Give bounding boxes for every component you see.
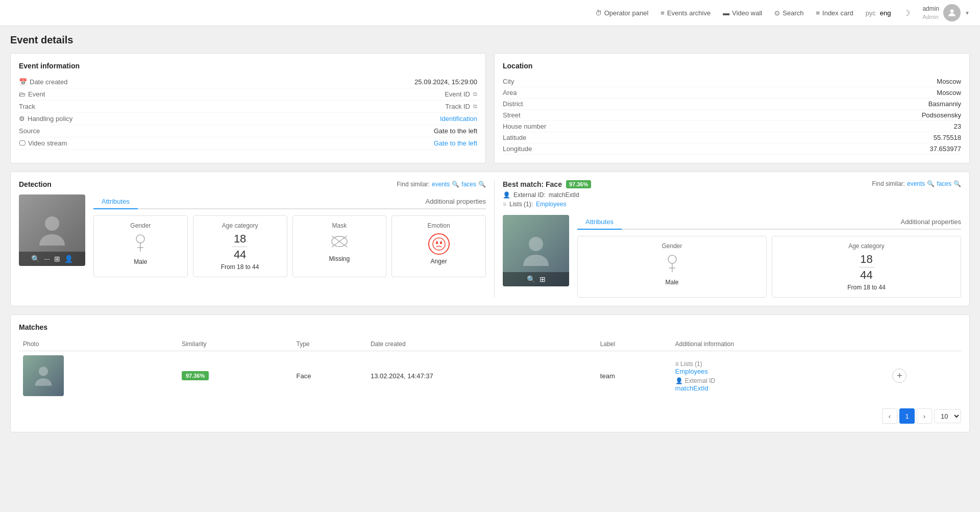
pagination: ‹ 1 › 10 25 50 — [19, 408, 961, 424]
match-similarity-cell: 97.36% — [178, 351, 292, 401]
city-value: Moscow — [937, 78, 961, 85]
latitude-label: Latitude — [503, 134, 526, 141]
best-match-age-label: Age category — [778, 242, 954, 250]
track-id-copy-icon[interactable]: ⧉ — [473, 103, 477, 110]
track-id-row: Track ID ⧉ — [445, 103, 477, 110]
mask-value: Missing — [299, 255, 380, 262]
index-card-nav[interactable]: ≡ Index card — [816, 9, 853, 17]
gender-card-label: Gender — [100, 222, 181, 229]
external-id-row: 👤 External ID: matchExtId — [503, 191, 591, 199]
best-match-gender-value: Male — [584, 279, 760, 286]
col-similarity: Similarity — [178, 337, 292, 351]
track-row: Track Track ID ⧉ — [19, 101, 477, 113]
best-match-attr-cards: Gender Male — [577, 236, 961, 298]
street-label: Street — [503, 111, 521, 119]
lang-ru[interactable]: рус — [866, 9, 876, 17]
attributes-panel: Attributes Additional properties Gender — [93, 194, 486, 277]
svg-line-11 — [436, 241, 438, 242]
index-card-label: Index card — [822, 9, 853, 17]
language-selector: рус eng — [866, 9, 891, 17]
col-photo: Photo — [19, 337, 178, 351]
longitude-row: Longitude 37.653977 — [503, 143, 961, 155]
match-zoom-icon[interactable]: 🔍 — [527, 275, 535, 283]
event-information-panel: Event information 📅 Date created 25.09.2… — [10, 53, 486, 163]
best-match-tab-attributes[interactable]: Attributes — [577, 215, 622, 230]
user-dropdown-icon[interactable]: ▼ — [965, 10, 970, 16]
video-wall-nav[interactable]: ▬ Video wall — [723, 9, 762, 17]
event-row: 🗁 Event Event ID ⧉ — [19, 88, 477, 101]
svg-point-1 — [45, 216, 59, 231]
match-actions-cell: + — [888, 351, 961, 401]
detection-section: Detection Find similar: events 🔍 faces 🔍 — [10, 172, 970, 306]
age-range: From 18 to 44 — [200, 263, 281, 271]
lang-en[interactable]: eng — [880, 9, 891, 17]
find-similar-detection: Find similar: events 🔍 faces 🔍 — [397, 181, 486, 188]
lists-label: Lists (1): — [509, 201, 533, 208]
detection-left: Detection Find similar: events 🔍 faces 🔍 — [19, 180, 486, 298]
event-id-copy-icon[interactable]: ⧉ — [473, 91, 477, 97]
handling-policy-value[interactable]: Identification — [440, 115, 477, 123]
col-label: Label — [596, 337, 671, 351]
find-similar-match-label: Find similar: — [872, 180, 905, 187]
city-label: City — [503, 78, 514, 85]
best-match-age-number: 18 — [778, 254, 954, 265]
user-menu[interactable]: admin Admin ▼ — [922, 4, 970, 21]
search-faces-icon: 🔍 — [478, 181, 486, 188]
events-archive-nav[interactable]: ≡ Events archive — [660, 9, 710, 17]
find-similar-match-faces-link[interactable]: faces — [937, 180, 951, 187]
video-wall-icon: ▬ — [723, 9, 729, 17]
find-similar-match-events-link[interactable]: events — [907, 180, 925, 187]
events-archive-icon: ≡ — [660, 9, 665, 17]
area-value: Moscow — [937, 89, 961, 96]
search-icon: ⊙ — [774, 9, 780, 17]
expand-icon[interactable]: ⊞ — [54, 255, 60, 263]
house-row: House number 23 — [503, 121, 961, 132]
detection-title: Detection — [19, 180, 52, 188]
emotion-card: Emotion — [391, 215, 486, 277]
per-page-select[interactable]: 10 25 50 — [934, 409, 961, 423]
latitude-value: 55.75518 — [934, 134, 961, 141]
top-panels: Event information 📅 Date created 25.09.2… — [10, 53, 970, 163]
search-match-events-icon: 🔍 — [927, 180, 935, 187]
event-info-title: Event information — [19, 62, 477, 70]
next-page-button[interactable]: › — [917, 408, 932, 424]
date-created-label: 📅 Date created — [19, 78, 80, 86]
add-match-button[interactable]: + — [892, 369, 906, 383]
street-value: Podsosensky — [922, 111, 961, 119]
match-row-photo — [23, 355, 64, 396]
search-nav[interactable]: ⊙ Search — [774, 9, 803, 17]
col-actions — [888, 337, 961, 351]
operator-panel-nav[interactable]: ⏱ Operator panel — [595, 9, 649, 17]
match-label-cell: team — [596, 351, 671, 401]
lists-value-link[interactable]: Employees — [536, 201, 566, 208]
best-match-badge: 97.36% — [566, 180, 591, 188]
best-match-tab-additional[interactable]: Additional properties — [900, 215, 961, 229]
video-wall-label: Video wall — [732, 9, 762, 17]
ext-id-link[interactable]: matchExtId — [675, 384, 885, 392]
match-date-cell: 13.02.2024, 14:47:37 — [366, 351, 596, 401]
detection-body: 🔍 ··· ⊞ 👤 Attributes Additional properti… — [19, 194, 486, 277]
theme-toggle-icon[interactable]: ☽ — [903, 8, 910, 18]
current-page-button[interactable]: 1 — [899, 408, 915, 424]
svg-line-12 — [440, 241, 442, 242]
prev-page-button[interactable]: ‹ — [882, 408, 897, 424]
tab-attributes[interactable]: Attributes — [93, 194, 138, 209]
avatar[interactable] — [943, 4, 961, 21]
emotion-value: Anger — [398, 258, 479, 265]
find-similar-faces-link[interactable]: faces — [461, 181, 476, 188]
video-stream-value[interactable]: Gate to the left — [434, 139, 477, 147]
additional-info-cell: ≡ Lists (1) Employees 👤 External ID matc… — [671, 351, 889, 401]
more-options-icon[interactable]: ··· — [44, 255, 50, 263]
col-date-created: Date created — [366, 337, 596, 351]
find-similar-events-link[interactable]: events — [432, 181, 450, 188]
person-icon[interactable]: 👤 — [64, 255, 73, 263]
latitude-row: Latitude 55.75518 — [503, 132, 961, 143]
tab-additional[interactable]: Additional properties — [425, 194, 486, 208]
match-lists-link[interactable]: Employees — [675, 368, 885, 375]
folder-icon: 🗁 — [19, 90, 26, 98]
match-expand-icon[interactable]: ⊞ — [540, 275, 546, 283]
gender-card: Gender Male — [93, 215, 188, 277]
gender-icon — [100, 233, 181, 255]
zoom-in-icon[interactable]: 🔍 — [31, 255, 40, 263]
best-match-title-block: Best match: Face 97.36% 👤 External ID: m… — [503, 180, 591, 210]
